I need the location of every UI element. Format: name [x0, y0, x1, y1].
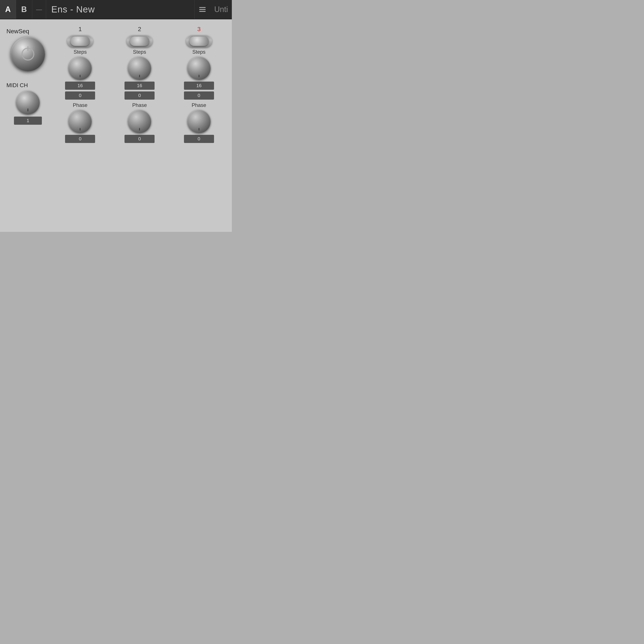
seq-column-3: 3 Steps 16 0 Phase 0: [170, 26, 228, 225]
seq-column-2: 2 Steps 16 0 Phase 0: [111, 26, 168, 225]
col-3-steps-value[interactable]: 16: [184, 82, 214, 90]
col-1-steps-label: Steps: [74, 49, 87, 55]
col-1-phase-value[interactable]: 0: [65, 135, 95, 143]
seq-column-1: 1 Steps 16 0 Phase 0: [52, 26, 109, 225]
col-2-toggle-thumb: [130, 36, 149, 46]
newseq-knob[interactable]: [11, 37, 45, 71]
columns-area: 1 Steps 16 0 Phase 0 2 Steps 16 0 Phase …: [52, 26, 228, 225]
col-2-steps-label: Steps: [133, 49, 146, 55]
power-icon: [21, 48, 34, 61]
col-2-toggle[interactable]: [127, 35, 152, 47]
col-3-toggle-thumb: [189, 36, 209, 46]
col-1-phase-label: Phase: [73, 102, 87, 108]
col-3-number: 3: [197, 26, 201, 33]
menu-icon[interactable]: [194, 0, 210, 19]
col-3-phase-knob[interactable]: [187, 110, 211, 133]
col-1-steps-knob[interactable]: [68, 57, 92, 80]
col-3-steps-label: Steps: [192, 49, 205, 55]
main-content: NewSeq MIDI CH 1 1 Steps 16 0 Phase 0 2: [0, 19, 232, 232]
left-panel: NewSeq MIDI CH 1: [4, 26, 52, 225]
col-2-offset-value[interactable]: 0: [125, 91, 155, 100]
top-bar: A B — Ens - New Unti: [0, 0, 232, 19]
col-1-toggle[interactable]: [67, 35, 93, 47]
col-3-toggle[interactable]: [186, 35, 212, 47]
col-2-phase-knob[interactable]: [128, 110, 151, 133]
col-1-offset-value[interactable]: 0: [65, 91, 95, 100]
col-1-steps-value[interactable]: 16: [65, 82, 95, 90]
ens-title: Ens - New: [46, 0, 194, 19]
col-1-number: 1: [79, 26, 82, 33]
col-3-phase-value[interactable]: 0: [184, 135, 214, 143]
col-2-number: 2: [138, 26, 141, 33]
midi-ch-label: MIDI CH: [6, 82, 28, 89]
hamburger-icon: [199, 7, 206, 12]
tab-b-button[interactable]: B: [16, 0, 32, 19]
col-3-steps-knob[interactable]: [187, 57, 211, 80]
col-1-phase-knob[interactable]: [68, 110, 92, 133]
col-2-phase-label: Phase: [132, 102, 147, 108]
midi-ch-knob[interactable]: [16, 91, 40, 114]
tab-a-button[interactable]: A: [0, 0, 16, 19]
col-3-offset-value[interactable]: 0: [184, 91, 214, 100]
col-2-steps-value[interactable]: 16: [125, 82, 155, 90]
col-3-phase-label: Phase: [192, 102, 206, 108]
tab-minus-button[interactable]: —: [32, 0, 46, 19]
col-1-toggle-thumb: [70, 36, 90, 46]
midi-ch-value[interactable]: 1: [14, 117, 42, 125]
newseq-label: NewSeq: [6, 28, 29, 35]
col-2-phase-value[interactable]: 0: [125, 135, 155, 143]
unti-label: Unti: [210, 0, 232, 19]
col-2-steps-knob[interactable]: [128, 57, 151, 80]
